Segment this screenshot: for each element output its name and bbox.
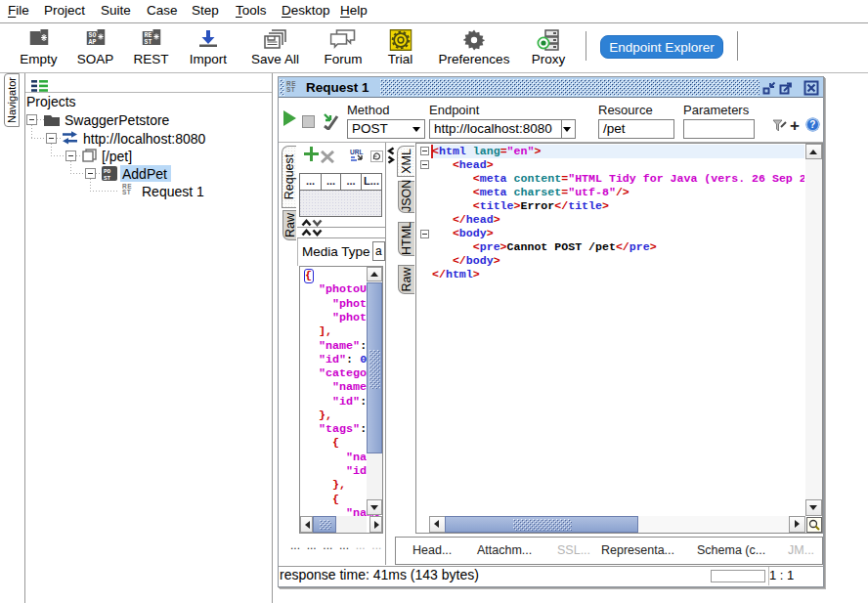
- svg-text:URL: URL: [350, 149, 363, 155]
- svg-text:?: ?: [809, 119, 815, 130]
- svg-text:AP: AP: [88, 39, 96, 46]
- svg-text:ST: ST: [144, 39, 152, 46]
- svg-text:ST: ST: [104, 175, 111, 182]
- svg-text:PO: PO: [104, 168, 111, 175]
